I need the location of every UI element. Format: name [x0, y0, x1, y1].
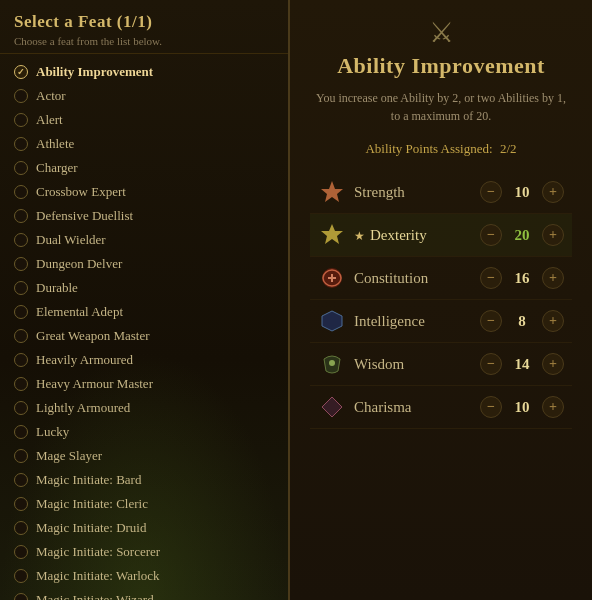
feat-item-lightly-armoured[interactable]: Lightly Armoured — [0, 396, 288, 420]
constitution-plus-button[interactable]: + — [542, 267, 564, 289]
feat-item-durable[interactable]: Durable — [0, 276, 288, 300]
ability-title: Ability Improvement — [337, 53, 545, 79]
feat-radio-lucky — [14, 425, 28, 439]
left-header: Select a Feat (1/1) Choose a feat from t… — [0, 0, 288, 54]
feat-item-great-weapon-master[interactable]: Great Weapon Master — [0, 324, 288, 348]
panel-title: Select a Feat (1/1) — [14, 12, 274, 32]
feat-item-athlete[interactable]: Athlete — [0, 132, 288, 156]
feat-label-durable: Durable — [36, 280, 78, 296]
charisma-plus-button[interactable]: + — [542, 396, 564, 418]
dexterity-minus-button[interactable]: − — [480, 224, 502, 246]
feat-label-heavily-armoured: Heavily Armoured — [36, 352, 133, 368]
wisdom-controls: −14+ — [480, 353, 564, 375]
charisma-icon — [318, 393, 346, 421]
feat-radio-athlete — [14, 137, 28, 151]
strength-minus-button[interactable]: − — [480, 181, 502, 203]
dexterity-plus-button[interactable]: + — [542, 224, 564, 246]
constitution-minus-button[interactable]: − — [480, 267, 502, 289]
ability-row-intelligence: Intelligence−8+ — [310, 300, 572, 343]
dexterity-name: ★ Dexterity — [354, 227, 472, 244]
feat-radio-magic-initiate-bard — [14, 473, 28, 487]
feat-radio-alert — [14, 113, 28, 127]
ability-row-dexterity: ★ Dexterity−20+ — [310, 214, 572, 257]
feat-label-great-weapon-master: Great Weapon Master — [36, 328, 150, 344]
intelligence-name: Intelligence — [354, 313, 472, 330]
feat-label-ability-improvement: Ability Improvement — [36, 64, 153, 80]
feat-radio-mage-slayer — [14, 449, 28, 463]
feat-radio-durable — [14, 281, 28, 295]
feat-radio-heavy-armour-master — [14, 377, 28, 391]
feat-item-ability-improvement[interactable]: Ability Improvement — [0, 60, 288, 84]
feat-radio-defensive-duellist — [14, 209, 28, 223]
feat-item-heavy-armour-master[interactable]: Heavy Armour Master — [0, 372, 288, 396]
intelligence-icon — [318, 307, 346, 335]
feat-label-actor: Actor — [36, 88, 66, 104]
feat-radio-heavily-armoured — [14, 353, 28, 367]
feat-label-athlete: Athlete — [36, 136, 74, 152]
feat-label-magic-initiate-wizard: Magic Initiate: Wizard — [36, 592, 154, 600]
intelligence-plus-button[interactable]: + — [542, 310, 564, 332]
feat-radio-crossbow-expert — [14, 185, 28, 199]
points-value: 2/2 — [500, 141, 517, 156]
feat-label-magic-initiate-druid: Magic Initiate: Druid — [36, 520, 146, 536]
feat-item-magic-initiate-sorcerer[interactable]: Magic Initiate: Sorcerer — [0, 540, 288, 564]
left-panel: Select a Feat (1/1) Choose a feat from t… — [0, 0, 290, 600]
feat-radio-elemental-adept — [14, 305, 28, 319]
points-assigned-label: Ability Points Assigned: 2/2 — [365, 141, 516, 157]
constitution-controls: −16+ — [480, 267, 564, 289]
ability-improvement-icon-area: ⚔ — [429, 16, 454, 49]
wisdom-name: Wisdom — [354, 356, 472, 373]
feat-radio-charger — [14, 161, 28, 175]
intelligence-value: 8 — [508, 313, 536, 330]
feat-radio-ability-improvement — [14, 65, 28, 79]
strength-plus-button[interactable]: + — [542, 181, 564, 203]
feat-label-charger: Charger — [36, 160, 78, 176]
charisma-value: 10 — [508, 399, 536, 416]
feat-item-magic-initiate-cleric[interactable]: Magic Initiate: Cleric — [0, 492, 288, 516]
constitution-name: Constitution — [354, 270, 472, 287]
feat-radio-dungeon-delver — [14, 257, 28, 271]
wisdom-value: 14 — [508, 356, 536, 373]
feat-item-dungeon-delver[interactable]: Dungeon Delver — [0, 252, 288, 276]
feat-label-dual-wielder: Dual Wielder — [36, 232, 106, 248]
feat-item-heavily-armoured[interactable]: Heavily Armoured — [0, 348, 288, 372]
feat-label-magic-initiate-warlock: Magic Initiate: Warlock — [36, 568, 160, 584]
crossed-swords-icon: ⚔ — [429, 16, 454, 49]
feat-radio-dual-wielder — [14, 233, 28, 247]
feat-item-alert[interactable]: Alert — [0, 108, 288, 132]
wisdom-minus-button[interactable]: − — [480, 353, 502, 375]
feat-label-alert: Alert — [36, 112, 63, 128]
feat-item-magic-initiate-druid[interactable]: Magic Initiate: Druid — [0, 516, 288, 540]
feat-item-charger[interactable]: Charger — [0, 156, 288, 180]
feat-item-magic-initiate-wizard[interactable]: Magic Initiate: Wizard — [0, 588, 288, 600]
feat-item-crossbow-expert[interactable]: Crossbow Expert — [0, 180, 288, 204]
charisma-controls: −10+ — [480, 396, 564, 418]
feat-radio-great-weapon-master — [14, 329, 28, 343]
charisma-minus-button[interactable]: − — [480, 396, 502, 418]
feat-label-heavy-armour-master: Heavy Armour Master — [36, 376, 153, 392]
ability-row-constitution: Constitution−16+ — [310, 257, 572, 300]
feat-radio-lightly-armoured — [14, 401, 28, 415]
feat-radio-magic-initiate-warlock — [14, 569, 28, 583]
intelligence-minus-button[interactable]: − — [480, 310, 502, 332]
feat-item-magic-initiate-warlock[interactable]: Magic Initiate: Warlock — [0, 564, 288, 588]
feat-item-magic-initiate-bard[interactable]: Magic Initiate: Bard — [0, 468, 288, 492]
feat-item-actor[interactable]: Actor — [0, 84, 288, 108]
intelligence-controls: −8+ — [480, 310, 564, 332]
feat-radio-magic-initiate-cleric — [14, 497, 28, 511]
feat-item-elemental-adept[interactable]: Elemental Adept — [0, 300, 288, 324]
feat-radio-magic-initiate-wizard — [14, 593, 28, 600]
feat-label-magic-initiate-sorcerer: Magic Initiate: Sorcerer — [36, 544, 160, 560]
feat-label-magic-initiate-bard: Magic Initiate: Bard — [36, 472, 141, 488]
feat-item-dual-wielder[interactable]: Dual Wielder — [0, 228, 288, 252]
feat-label-crossbow-expert: Crossbow Expert — [36, 184, 126, 200]
feat-item-defensive-duellist[interactable]: Defensive Duellist — [0, 204, 288, 228]
wisdom-plus-button[interactable]: + — [542, 353, 564, 375]
feat-item-mage-slayer[interactable]: Mage Slayer — [0, 444, 288, 468]
feat-label-defensive-duellist: Defensive Duellist — [36, 208, 133, 224]
strength-value: 10 — [508, 184, 536, 201]
svg-marker-0 — [321, 181, 343, 202]
dexterity-value: 20 — [508, 227, 536, 244]
dexterity-icon — [318, 221, 346, 249]
feat-item-lucky[interactable]: Lucky — [0, 420, 288, 444]
